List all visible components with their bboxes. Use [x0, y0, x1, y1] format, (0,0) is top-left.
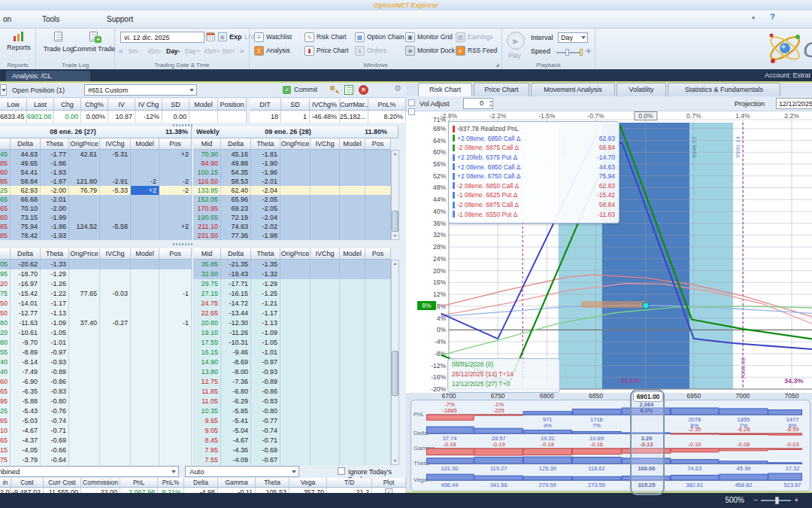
highlight-column[interactable]: 6901.00: [630, 389, 665, 495]
puts-right-cell[interactable]: [280, 406, 311, 416]
calls-right-cell[interactable]: [280, 177, 311, 186]
puts-left-cell[interactable]: [131, 436, 159, 446]
puts-left-cell[interactable]: [69, 406, 100, 416]
puts-left-cell[interactable]: 37.40: [69, 318, 100, 328]
quote-value-Chg%[interactable]: 0.00%: [81, 111, 108, 123]
calls-right-cell[interactable]: [340, 213, 365, 222]
calls-left-cell[interactable]: [131, 231, 159, 240]
calls-left-cell[interactable]: 58.84: [11, 177, 41, 186]
calls-right-cell[interactable]: [365, 150, 391, 159]
calls-right-cell[interactable]: [340, 186, 365, 195]
puts-left-cell[interactable]: -1.22: [41, 289, 69, 299]
calls-left-cell[interactable]: [69, 231, 100, 240]
calls-left-cell[interactable]: 45: [0, 150, 11, 159]
puts-right-cell[interactable]: [280, 348, 311, 357]
puts-left-cell[interactable]: [131, 328, 159, 338]
windows-item-rss-feed[interactable]: ◗RSS Feed: [456, 45, 505, 56]
calls-right-cell[interactable]: -1.81: [251, 150, 280, 159]
puts-right-cell[interactable]: -1.05: [251, 338, 280, 348]
puts-left-cell[interactable]: -9.70: [11, 338, 41, 348]
puts-left-cell[interactable]: -1.33: [41, 260, 69, 269]
calls-right-cell[interactable]: [311, 195, 340, 204]
time-step-Day+[interactable]: Day+: [185, 47, 200, 55]
calls-right-cell[interactable]: [280, 231, 311, 240]
puts-left-cell[interactable]: [100, 455, 131, 465]
puts-right-cell[interactable]: -11.26: [221, 328, 251, 338]
calls-left-cell[interactable]: [69, 159, 100, 168]
puts-right-cell[interactable]: -8.00: [221, 367, 251, 377]
puts-right-cell[interactable]: 11.85: [193, 387, 221, 397]
puts-right-cell[interactable]: [311, 426, 340, 436]
puts-right-cell[interactable]: -0.77: [251, 416, 280, 426]
gear-icon[interactable]: ⚙: [392, 84, 403, 96]
calls-left-cell[interactable]: [69, 195, 100, 204]
puts-left-cell[interactable]: -1.29: [41, 269, 69, 279]
calls-right-cell[interactable]: [340, 204, 365, 213]
calls-right-cell[interactable]: 45.16: [221, 150, 251, 159]
puts-right-cell[interactable]: [365, 269, 391, 279]
puts-left-cell[interactable]: [69, 299, 100, 309]
calls-right-cell[interactable]: [340, 159, 365, 168]
calls-right-cell[interactable]: [340, 231, 365, 240]
zoom-out-icon[interactable]: −: [753, 496, 758, 504]
puts-left-cell[interactable]: -6.35: [11, 387, 41, 397]
calls-left-cell[interactable]: [100, 168, 131, 177]
calls-right-cell[interactable]: 62.40: [221, 186, 251, 195]
puts-right-cell[interactable]: [340, 446, 365, 455]
puts-right-cell[interactable]: [311, 455, 340, 465]
calls-left-cell[interactable]: [131, 213, 159, 222]
calls-left-cell[interactable]: [131, 168, 159, 177]
puts-right-cell[interactable]: [365, 299, 391, 309]
puts-right-cell[interactable]: -13.44: [221, 309, 251, 318]
calls-right-cell[interactable]: -2.05: [251, 195, 280, 204]
puts-right-cell[interactable]: -8.69: [221, 357, 251, 367]
puts-right-cell[interactable]: -1.32: [251, 269, 280, 279]
quote-value-SD[interactable]: 0.00: [162, 111, 189, 123]
puts-right-cell[interactable]: [280, 416, 311, 426]
puts-left-cell[interactable]: [69, 436, 100, 446]
puts-left-cell[interactable]: -0.93: [41, 357, 69, 367]
puts-left-cell[interactable]: [69, 367, 100, 377]
puts-left-cell[interactable]: -18.70: [11, 269, 41, 279]
calls-left-cell[interactable]: 62.93: [11, 186, 41, 195]
puts-left-cell[interactable]: -1: [159, 318, 192, 328]
puts-left-cell[interactable]: 20: [0, 328, 11, 338]
puts-right-cell[interactable]: -0.86: [251, 387, 280, 397]
puts-left-cell[interactable]: -14.01: [11, 299, 41, 309]
calls-left-cell[interactable]: [100, 159, 131, 168]
calls-right-cell[interactable]: [365, 213, 391, 222]
puts-right-cell[interactable]: 14.90: [193, 357, 221, 367]
calls-right-cell[interactable]: [365, 231, 391, 240]
puts-left-cell[interactable]: -1: [159, 289, 192, 299]
puts-right-cell[interactable]: [340, 318, 365, 328]
puts-right-cell[interactable]: [365, 406, 391, 416]
puts-left-cell[interactable]: [131, 446, 159, 455]
puts-left-cell[interactable]: -8.89: [11, 348, 41, 357]
puts-right-cell[interactable]: -0.74: [251, 426, 280, 436]
calls-right-cell[interactable]: 152.05: [193, 195, 221, 204]
puts-right-cell[interactable]: -0.97: [251, 357, 280, 367]
calls-right-cell[interactable]: 133.85: [193, 186, 221, 195]
puts-left-cell[interactable]: [159, 406, 192, 416]
puts-right-cell[interactable]: -1.21: [251, 299, 280, 309]
windows-item-monitor-dock[interactable]: ◉Monitor Dock: [405, 45, 455, 56]
puts-right-cell[interactable]: -1.25: [251, 289, 280, 299]
puts-right-cell[interactable]: [311, 387, 340, 397]
vol-adjust-spinner[interactable]: 0▴▾: [463, 98, 493, 109]
puts-left-cell[interactable]: [131, 387, 159, 397]
calls-right-cell[interactable]: -2.05: [251, 204, 280, 213]
calls-right-cell[interactable]: -2.01: [251, 177, 280, 186]
puts-left-cell[interactable]: -0.89: [41, 367, 69, 377]
puts-left-cell[interactable]: [100, 446, 131, 455]
puts-left-cell[interactable]: -6.90: [11, 377, 41, 387]
puts-right-cell[interactable]: [311, 406, 340, 416]
calls-right-cell[interactable]: [340, 195, 365, 204]
puts-left-cell[interactable]: 80: [0, 318, 11, 328]
puts-right-cell[interactable]: 19.10: [193, 328, 221, 338]
time-step-45m-[interactable]: 45m-: [147, 47, 162, 55]
puts-right-cell[interactable]: -5.85: [221, 406, 251, 416]
puts-right-cell[interactable]: 35.85: [193, 260, 221, 269]
puts-left-cell[interactable]: [100, 309, 131, 318]
puts-left-cell[interactable]: [69, 357, 100, 367]
puts-right-cell[interactable]: [311, 328, 340, 338]
